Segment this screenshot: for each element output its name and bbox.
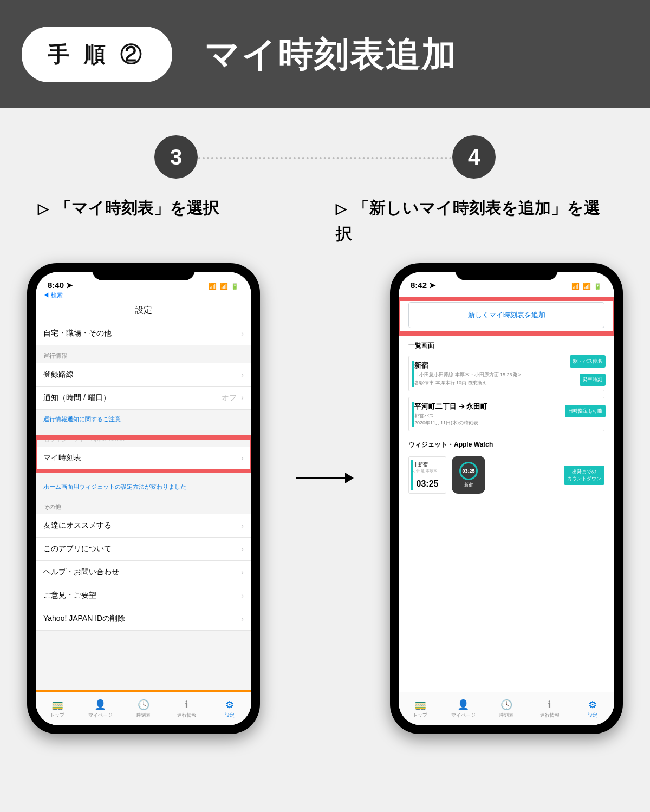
tab-mypage[interactable]: 👤マイページ bbox=[79, 692, 122, 725]
tab-mypage[interactable]: 👤マイページ bbox=[442, 692, 485, 725]
phone-mock-left: 8:40 ➤ 📶 📶 🔋 ◀ 検索 設定 自宅・職場・その他› 運行情報 登録路… bbox=[27, 263, 260, 734]
train-icon: 🚃 bbox=[414, 699, 426, 711]
card-sub: ┃小田急小田原線 本厚木・小田原方面 15:26発 > bbox=[414, 371, 599, 378]
section-header: その他 bbox=[36, 496, 251, 514]
header-bar: 手 順 ② マイ時刻表追加 bbox=[0, 0, 650, 108]
gear-icon: ⚙ bbox=[225, 699, 234, 711]
content-area: 3 4 ▷「マイ時刻表」を選択 ▷「新しいマイ時刻表を追加」を選択 8:40 ➤… bbox=[0, 108, 650, 812]
info-icon: ℹ bbox=[185, 699, 188, 711]
status-icons: 📶 📶 🔋 bbox=[209, 283, 239, 290]
tab-settings[interactable]: ⚙設定 bbox=[208, 692, 251, 725]
settings-list: 自宅・職場・その他› 運行情報 登録路線› 通知（時間 / 曜日）オフ› 運行情… bbox=[36, 322, 251, 690]
back-button[interactable]: ◀ 検索 bbox=[36, 291, 251, 302]
callout-pill: 発車時刻 bbox=[580, 374, 606, 386]
widget-card: ┃新宿 小田急 本厚木 03:25 bbox=[408, 456, 446, 494]
accent-bar-icon bbox=[411, 460, 413, 490]
tab-bar: 🚃トップ 👤マイページ 🕓時刻表 ℹ運行情報 ⚙設定 bbox=[399, 692, 614, 725]
timetable-guide: 新しくマイ時刻表を追加 一覧画面 新宿› ┃小田急小田原線 本厚木・小田原方面 … bbox=[399, 291, 614, 692]
triangle-icon: ▷ bbox=[38, 198, 49, 220]
caption-4: ▷「新しいマイ時刻表を追加」を選択 bbox=[325, 195, 623, 247]
connector-dots bbox=[194, 157, 456, 159]
card-title: 新宿 bbox=[414, 361, 428, 370]
tab-settings[interactable]: ⚙設定 bbox=[571, 692, 614, 725]
chevron-icon: › bbox=[241, 521, 244, 530]
phones-row: 8:40 ➤ 📶 📶 🔋 ◀ 検索 設定 自宅・職場・その他› 運行情報 登録路… bbox=[27, 263, 623, 734]
chevron-icon: › bbox=[241, 329, 244, 338]
section-header: 一覧画面 bbox=[399, 338, 614, 353]
accent-bar-icon bbox=[412, 361, 414, 387]
person-icon: 👤 bbox=[457, 699, 469, 711]
caption-3-text: 「マイ時刻表」を選択 bbox=[55, 199, 219, 217]
step-number-row: 3 4 bbox=[27, 135, 623, 179]
chevron-icon: › bbox=[241, 614, 244, 623]
status-icons: 📶 📶 🔋 bbox=[571, 283, 602, 290]
accent-bar-icon bbox=[412, 402, 414, 427]
chevron-icon: › bbox=[241, 568, 244, 577]
clock-doc-icon: 🕓 bbox=[138, 699, 150, 711]
row-help[interactable]: ヘルプ・お問い合わせ› bbox=[36, 561, 251, 584]
widget-sub: 小田急 本厚木 bbox=[413, 468, 441, 474]
callout-pill: 日時指定も可能 bbox=[565, 405, 606, 417]
row-recommend[interactable]: 友達にオススメする› bbox=[36, 514, 251, 538]
person-icon: 👤 bbox=[94, 699, 106, 711]
row-lines[interactable]: 登録路線› bbox=[36, 363, 251, 387]
callout-pill: 駅・バス停名 bbox=[570, 355, 606, 368]
section-header: ウィジェット・Apple Watch bbox=[399, 437, 614, 453]
section-header: 旧ウィジェット・Apple Watch bbox=[36, 429, 251, 447]
section-header: 運行情報 bbox=[36, 345, 251, 363]
row-home[interactable]: 自宅・職場・その他› bbox=[36, 322, 251, 345]
chevron-icon: › bbox=[241, 370, 244, 379]
spacer: 出発までの カウントダウン bbox=[491, 456, 604, 494]
screen-title: 設定 bbox=[36, 302, 251, 322]
tab-timetable[interactable]: 🕓時刻表 bbox=[122, 692, 165, 725]
clock-doc-icon: 🕓 bbox=[500, 699, 512, 711]
watch-ring: 03:25 bbox=[459, 462, 478, 480]
tab-info[interactable]: ℹ運行情報 bbox=[528, 692, 571, 725]
step-circle-4: 4 bbox=[452, 135, 496, 179]
chevron-icon: › bbox=[241, 591, 244, 600]
row-my-timetable[interactable]: マイ時刻表› bbox=[36, 447, 251, 470]
widget-note-link[interactable]: ホーム画面用ウィジェットの設定方法が変わりました bbox=[36, 470, 251, 496]
chevron-icon: › bbox=[241, 393, 244, 402]
phone-screen-left: 8:40 ➤ 📶 📶 🔋 ◀ 検索 設定 自宅・職場・その他› 運行情報 登録路… bbox=[36, 272, 251, 725]
step-circle-3: 3 bbox=[154, 135, 198, 179]
chevron-icon: › bbox=[241, 454, 244, 462]
widget-time: 03:25 bbox=[413, 479, 441, 489]
card-sub: 各駅停車 本厚木行 10両 ⊞乗換え bbox=[414, 379, 599, 387]
phone-notch bbox=[92, 263, 195, 280]
tab-info[interactable]: ℹ運行情報 bbox=[165, 692, 209, 725]
status-time: 8:42 ➤ bbox=[411, 280, 436, 290]
row-yahoo-id[interactable]: Yahoo! JAPAN IDの削除› bbox=[36, 607, 251, 631]
step-badge: 手 順 ② bbox=[22, 27, 172, 82]
tab-top[interactable]: 🚃トップ bbox=[36, 692, 79, 725]
row-notify[interactable]: 通知（時間 / 曜日）オフ› bbox=[36, 387, 251, 410]
widget-row: ┃新宿 小田急 本厚木 03:25 03:25 新宿 出発までの カウントダウン bbox=[408, 456, 604, 494]
triangle-icon: ▷ bbox=[336, 198, 347, 220]
card-title: 平河町二丁目 ➔ 永田町 bbox=[414, 402, 487, 411]
caption-4-text: 「新しいマイ時刻表を追加」を選択 bbox=[336, 199, 600, 243]
phone-mock-right: 8:42 ➤ 📶 📶 🔋 新しくマイ時刻表を追加 一覧画面 新宿› ┃小田急小田… bbox=[390, 263, 623, 734]
train-icon: 🚃 bbox=[51, 699, 63, 711]
header-title: マイ時刻表追加 bbox=[205, 31, 457, 78]
phone-notch bbox=[455, 263, 558, 280]
watch-label: 新宿 bbox=[464, 482, 473, 488]
captions-row: ▷「マイ時刻表」を選択 ▷「新しいマイ時刻表を追加」を選択 bbox=[27, 195, 623, 247]
tab-timetable[interactable]: 🕓時刻表 bbox=[485, 692, 528, 725]
row-feedback[interactable]: ご意見・ご要望› bbox=[36, 584, 251, 607]
phone-screen-right: 8:42 ➤ 📶 📶 🔋 新しくマイ時刻表を追加 一覧画面 新宿› ┃小田急小田… bbox=[399, 272, 614, 725]
add-timetable-button[interactable]: 新しくマイ時刻表を追加 bbox=[408, 302, 604, 328]
chevron-icon: › bbox=[241, 545, 244, 553]
arrow-right bbox=[296, 466, 354, 488]
caption-3: ▷「マイ時刻表」を選択 bbox=[27, 195, 325, 247]
widget-label: ┃新宿 bbox=[413, 461, 441, 468]
status-time: 8:40 ➤ bbox=[48, 280, 73, 290]
gear-icon: ⚙ bbox=[588, 699, 597, 711]
callout-pill: 出発までの カウントダウン bbox=[564, 466, 604, 485]
notice-link[interactable]: 運行情報通知に関するご注意 bbox=[36, 410, 251, 429]
tab-bar: 🚃トップ 👤マイページ 🕓時刻表 ℹ運行情報 ⚙設定 bbox=[36, 692, 251, 725]
tab-top[interactable]: 🚃トップ bbox=[399, 692, 442, 725]
row-about[interactable]: このアプリについて› bbox=[36, 538, 251, 561]
info-icon: ℹ bbox=[548, 699, 551, 711]
apple-watch-icon: 03:25 新宿 bbox=[452, 456, 485, 494]
